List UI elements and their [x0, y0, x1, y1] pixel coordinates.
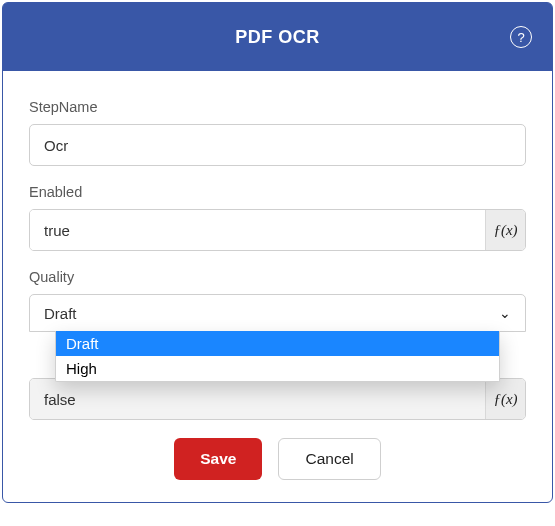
quality-label: Quality	[29, 269, 526, 285]
do-ocr-fx-button[interactable]: ƒ(x)	[485, 379, 525, 419]
quality-option-high[interactable]: High	[56, 356, 499, 381]
quality-field: Quality Draft ⌄ Draft High	[29, 269, 526, 332]
chevron-down-icon: ⌄	[499, 305, 511, 321]
stepname-label: StepName	[29, 99, 526, 115]
enabled-label: Enabled	[29, 184, 526, 200]
quality-dropdown: Draft High	[55, 331, 500, 382]
stepname-input[interactable]	[29, 124, 526, 166]
do-ocr-field: ƒ(x)	[29, 378, 526, 420]
enabled-fx-button[interactable]: ƒ(x)	[485, 210, 525, 250]
enabled-input[interactable]	[30, 210, 485, 250]
enabled-input-wrap: ƒ(x)	[29, 209, 526, 251]
quality-selected-text: Draft	[44, 305, 77, 322]
cancel-button[interactable]: Cancel	[278, 438, 380, 480]
do-ocr-input-wrap: ƒ(x)	[29, 378, 526, 420]
quality-option-draft[interactable]: Draft	[56, 331, 499, 356]
enabled-field: Enabled ƒ(x)	[29, 184, 526, 251]
save-button[interactable]: Save	[174, 438, 262, 480]
dialog: PDF OCR ? StepName Enabled ƒ(x) Quality …	[2, 2, 553, 503]
help-icon[interactable]: ?	[510, 26, 532, 48]
dialog-title: PDF OCR	[235, 27, 320, 48]
button-row: Save Cancel	[29, 438, 526, 484]
do-ocr-input[interactable]	[30, 379, 485, 419]
dialog-header: PDF OCR ?	[3, 3, 552, 71]
quality-select[interactable]: Draft ⌄	[29, 294, 526, 332]
form-body: StepName Enabled ƒ(x) Quality Draft ⌄ Dr…	[3, 71, 552, 502]
stepname-field: StepName	[29, 99, 526, 166]
